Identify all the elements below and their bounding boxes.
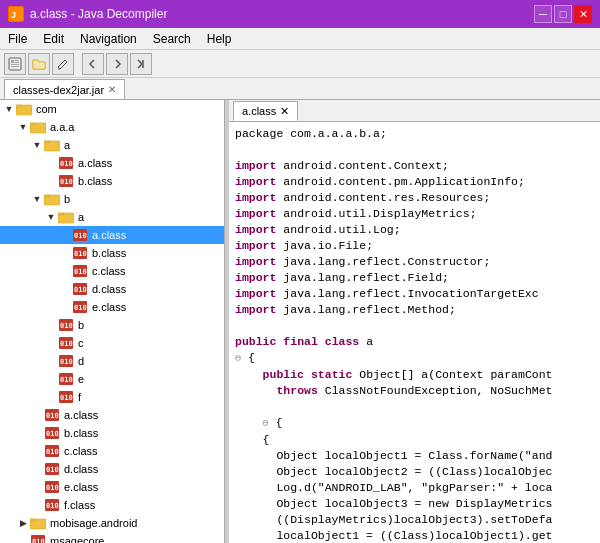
tree-scroll[interactable]: ▼ com▼ a.a.a▼ a 010 a.class 010 b.class▼… bbox=[0, 100, 224, 543]
class-icon: 010 bbox=[72, 264, 88, 278]
tree-node[interactable]: 010 f.class bbox=[0, 496, 224, 514]
tree-node[interactable]: 010 e bbox=[0, 370, 224, 388]
svg-text:010: 010 bbox=[60, 358, 73, 366]
maximize-button[interactable]: □ bbox=[554, 5, 572, 23]
tree-node[interactable]: ▼ a.a.a bbox=[0, 118, 224, 136]
tree-node-label: e.class bbox=[92, 301, 126, 313]
close-button[interactable]: ✕ bbox=[574, 5, 592, 23]
svg-text:010: 010 bbox=[46, 412, 59, 420]
tree-node-label: a bbox=[78, 211, 84, 223]
class-icon: 010 bbox=[72, 228, 88, 242]
tree-node[interactable]: 010 b bbox=[0, 316, 224, 334]
outer-tab[interactable]: classes-dex2jar.jar ✕ bbox=[4, 79, 125, 99]
tree-node[interactable]: 010 b.class bbox=[0, 424, 224, 442]
menu-edit[interactable]: Edit bbox=[35, 28, 72, 49]
toolbar-home-button[interactable] bbox=[4, 53, 26, 75]
tree-node[interactable]: 010 b.class bbox=[0, 244, 224, 262]
tree-expand-icon[interactable]: ▼ bbox=[30, 140, 44, 150]
outer-tab-bar: classes-dex2jar.jar ✕ bbox=[0, 78, 600, 100]
class-icon: 010 bbox=[44, 462, 60, 476]
svg-rect-7 bbox=[11, 66, 19, 67]
folder-icon bbox=[30, 120, 46, 134]
menu-navigation[interactable]: Navigation bbox=[72, 28, 145, 49]
tree-node[interactable]: 010 e.class bbox=[0, 298, 224, 316]
outer-tab-close-icon[interactable]: ✕ bbox=[108, 84, 116, 95]
tree-node-label: c.class bbox=[92, 265, 126, 277]
svg-rect-3 bbox=[11, 60, 14, 63]
class-icon: 010 bbox=[58, 318, 74, 332]
class-icon: 010 bbox=[44, 444, 60, 458]
tree-node[interactable]: 010 a.class bbox=[0, 154, 224, 172]
tree-node[interactable]: ▶ mobisage.android bbox=[0, 514, 224, 532]
tree-node[interactable]: 010 a.class bbox=[0, 226, 224, 244]
class-icon: 010 bbox=[72, 300, 88, 314]
tree-node[interactable]: 010 c.class bbox=[0, 442, 224, 460]
folder-icon bbox=[30, 516, 46, 530]
class-icon: 010 bbox=[58, 156, 74, 170]
svg-text:010: 010 bbox=[60, 340, 73, 348]
folder-icon bbox=[44, 192, 60, 206]
tree-node[interactable]: 010 msagecore bbox=[0, 532, 224, 543]
tree-node[interactable]: ▼ b bbox=[0, 190, 224, 208]
menu-search[interactable]: Search bbox=[145, 28, 199, 49]
tree-node[interactable]: 010 d.class bbox=[0, 280, 224, 298]
tree-node[interactable]: 010 d.class bbox=[0, 460, 224, 478]
folder-icon bbox=[58, 210, 74, 224]
tree-node-label: com bbox=[36, 103, 57, 115]
class-icon: 010 bbox=[58, 336, 74, 350]
tree-node-label: a.a.a bbox=[50, 121, 74, 133]
tree-node-label: d bbox=[78, 355, 84, 367]
menu-file[interactable]: File bbox=[0, 28, 35, 49]
svg-text:010: 010 bbox=[74, 250, 87, 258]
tree-node[interactable]: 010 e.class bbox=[0, 478, 224, 496]
toolbar-open-button[interactable] bbox=[28, 53, 50, 75]
svg-text:010: 010 bbox=[60, 376, 73, 384]
tree-expand-icon[interactable]: ▼ bbox=[2, 104, 16, 114]
svg-text:010: 010 bbox=[74, 286, 87, 294]
back-icon bbox=[86, 57, 100, 71]
tree-node[interactable]: 010 c.class bbox=[0, 262, 224, 280]
tree-node-label: a.class bbox=[64, 409, 98, 421]
title-bar: J a.class - Java Decompiler ─ □ ✕ bbox=[0, 0, 600, 28]
svg-text:010: 010 bbox=[60, 160, 73, 168]
tree-node-label: a.class bbox=[78, 157, 112, 169]
tree-node[interactable]: 010 f bbox=[0, 388, 224, 406]
svg-text:010: 010 bbox=[46, 484, 59, 492]
tree-expand-icon[interactable]: ▼ bbox=[44, 212, 58, 222]
tree-expand-icon[interactable]: ▶ bbox=[16, 518, 30, 528]
menu-help[interactable]: Help bbox=[199, 28, 240, 49]
open-icon bbox=[32, 57, 46, 71]
inner-tab[interactable]: a.class ✕ bbox=[233, 101, 298, 121]
tree-node-label: e bbox=[78, 373, 84, 385]
tree-node[interactable]: ▼ a bbox=[0, 136, 224, 154]
tree-expand-icon[interactable]: ▼ bbox=[16, 122, 30, 132]
tree-node-label: b.class bbox=[78, 175, 112, 187]
svg-text:010: 010 bbox=[46, 466, 59, 474]
tree-node[interactable]: 010 b.class bbox=[0, 172, 224, 190]
forward-icon bbox=[110, 57, 124, 71]
tree-node[interactable]: ▼ a bbox=[0, 208, 224, 226]
tree-node[interactable]: 010 c bbox=[0, 334, 224, 352]
toolbar-edit-button[interactable] bbox=[52, 53, 74, 75]
minimize-button[interactable]: ─ bbox=[534, 5, 552, 23]
svg-rect-6 bbox=[11, 64, 19, 65]
tree-node[interactable]: 010 a.class bbox=[0, 406, 224, 424]
tree-node[interactable]: 010 d bbox=[0, 352, 224, 370]
tree-node-label: d.class bbox=[92, 283, 126, 295]
tree-expand-icon[interactable]: ▼ bbox=[30, 194, 44, 204]
toolbar-back-button[interactable] bbox=[82, 53, 104, 75]
code-panel: a.class ✕ package com.a.a.a.b.a; import … bbox=[229, 100, 600, 543]
tree-node-label: msagecore bbox=[50, 535, 104, 543]
tree-node[interactable]: ▼ com bbox=[0, 100, 224, 118]
inner-tab-label: a.class bbox=[242, 105, 276, 117]
class-icon: 010 bbox=[44, 426, 60, 440]
class-icon: 010 bbox=[44, 408, 60, 422]
main-area: ▼ com▼ a.a.a▼ a 010 a.class 010 b.class▼… bbox=[0, 100, 600, 543]
code-scroll[interactable]: package com.a.a.a.b.a; import android.co… bbox=[229, 122, 600, 543]
toolbar-forward-button[interactable] bbox=[106, 53, 128, 75]
tree-node-label: b bbox=[78, 319, 84, 331]
title-left: J a.class - Java Decompiler bbox=[8, 6, 167, 22]
toolbar-next-button[interactable] bbox=[130, 53, 152, 75]
inner-tab-close-icon[interactable]: ✕ bbox=[280, 105, 289, 118]
title-buttons: ─ □ ✕ bbox=[534, 5, 592, 23]
